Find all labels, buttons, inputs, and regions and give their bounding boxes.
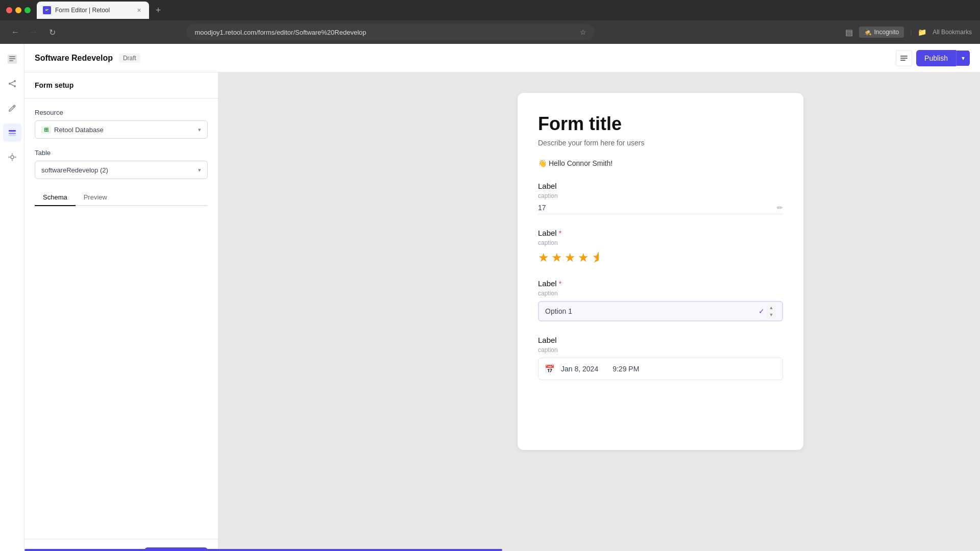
- svg-point-7: [14, 80, 16, 82]
- form-preview: Form title Describe your form here for u…: [518, 93, 803, 450]
- svg-point-15: [11, 156, 14, 159]
- tab-favicon: [43, 6, 51, 14]
- address-bar[interactable]: moodjoy1.retool.com/forms/editor/Softwar…: [186, 24, 595, 40]
- window-close[interactable]: [6, 7, 12, 13]
- icon-sidebar: [0, 44, 24, 551]
- svg-rect-5: [9, 58, 15, 59]
- tab-close-icon[interactable]: ✕: [135, 6, 143, 14]
- tab-preview[interactable]: Preview: [76, 189, 115, 206]
- svg-rect-4: [9, 56, 15, 57]
- field-1-edit-icon[interactable]: ✏: [777, 204, 783, 212]
- spinner-up[interactable]: ▲: [767, 304, 776, 311]
- form-greeting: 👋 Hello Connor Smith!: [538, 159, 783, 167]
- bookmarks-folder-icon: 📁: [918, 28, 926, 36]
- sidebar-data-icon[interactable]: [3, 123, 21, 142]
- nav-reload[interactable]: ↻: [45, 25, 59, 39]
- db-icon: ⊞ Retool Database: [41, 126, 104, 134]
- calendar-icon: 📅: [545, 364, 555, 374]
- select-check-icon: ✓: [758, 307, 765, 315]
- app-name: Software Redevelop: [35, 54, 113, 63]
- field-1-value: 17: [538, 204, 777, 212]
- resource-select[interactable]: ⊞ Retool Database ▾: [35, 120, 208, 139]
- toolbar-icon-btn[interactable]: [896, 50, 912, 66]
- bookmarks-separator: |: [910, 29, 912, 36]
- window-minimize[interactable]: [15, 7, 21, 13]
- bookmarks-label: All Bookmarks: [933, 29, 972, 36]
- nav-forward[interactable]: →: [27, 25, 41, 39]
- incognito-button[interactable]: 🕵 Incognito: [859, 27, 904, 38]
- form-field-3: Label * caption Option 1 ✓ ▲ ▼: [538, 279, 783, 321]
- svg-rect-1: [45, 9, 48, 10]
- left-panel: Form setup Resource ⊞ Retool Database ▾: [24, 72, 218, 551]
- field-4-caption: caption: [538, 346, 783, 354]
- tab-schema[interactable]: Schema: [35, 189, 76, 206]
- form-field-1: Label caption 17 ✏: [538, 182, 783, 214]
- sidebar-share-icon[interactable]: [3, 74, 21, 93]
- svg-rect-13: [9, 133, 16, 134]
- form-title: Form title: [538, 113, 783, 135]
- field-2-label: Label: [538, 229, 557, 237]
- svg-rect-18: [900, 60, 905, 61]
- field-3-caption: caption: [538, 290, 783, 297]
- progress-bar: [218, 549, 502, 551]
- sidebar-icon[interactable]: ▤: [845, 28, 853, 37]
- star-3[interactable]: ★: [565, 251, 576, 265]
- field-2-caption: caption: [538, 239, 783, 246]
- svg-line-10: [11, 82, 14, 83]
- field-4-label: Label: [538, 336, 557, 344]
- window-maximize[interactable]: [24, 7, 31, 13]
- field-3-required: *: [559, 280, 561, 288]
- table-label: Table: [35, 149, 208, 157]
- progress-bar-container: [218, 549, 980, 551]
- tab-title: Form Editor | Retool: [55, 7, 131, 14]
- svg-point-8: [9, 83, 11, 85]
- star-5-half[interactable]: ⯨: [591, 251, 603, 265]
- table-select[interactable]: softwareRedevelop (2) ▾: [35, 161, 208, 179]
- resource-label: Resource: [35, 109, 208, 116]
- table-select-chevron: ▾: [198, 167, 201, 173]
- resource-select-chevron: ▾: [198, 127, 201, 133]
- svg-rect-16: [900, 56, 908, 57]
- url-text: moodjoy1.retool.com/forms/editor/Softwar…: [194, 29, 576, 36]
- nav-back[interactable]: ←: [8, 25, 22, 39]
- incognito-label: Incognito: [874, 29, 899, 36]
- active-tab[interactable]: Form Editor | Retool ✕: [37, 2, 149, 19]
- field-1-label: Label: [538, 182, 557, 190]
- panel-title: Form setup: [35, 81, 74, 89]
- svg-rect-6: [9, 60, 13, 61]
- sidebar-settings-icon[interactable]: [3, 148, 21, 166]
- date-value: Jan 8, 2024: [561, 365, 598, 373]
- field-3-select[interactable]: Option 1 ✓ ▲ ▼: [538, 301, 783, 321]
- star-4[interactable]: ★: [578, 251, 589, 265]
- address-bar-right: ▤ 🕵 Incognito | 📁 All Bookmarks: [845, 27, 972, 38]
- field-1-caption: caption: [538, 192, 783, 199]
- svg-rect-12: [9, 130, 16, 132]
- svg-rect-14: [9, 135, 16, 136]
- publish-dropdown-arrow[interactable]: ▾: [956, 51, 970, 66]
- app-header: Software Redevelop Draft Publish ▾: [24, 44, 980, 72]
- bookmark-icon[interactable]: ☆: [580, 28, 586, 36]
- star-2[interactable]: ★: [551, 251, 562, 265]
- star-1[interactable]: ★: [538, 251, 549, 265]
- svg-line-11: [11, 84, 14, 86]
- publish-button[interactable]: Publish: [916, 50, 956, 66]
- field-2-required: *: [559, 229, 561, 237]
- preview-area: Form title Describe your form here for u…: [218, 72, 980, 551]
- rating-stars[interactable]: ★ ★ ★ ★ ⯨: [538, 251, 783, 265]
- svg-rect-2: [45, 10, 47, 11]
- sidebar-home-icon[interactable]: [3, 50, 21, 68]
- sidebar-edit-icon[interactable]: [3, 99, 21, 117]
- spinner-down[interactable]: ▼: [767, 311, 776, 318]
- svg-rect-17: [900, 58, 908, 59]
- field-3-label: Label: [538, 279, 557, 288]
- new-tab-button[interactable]: +: [151, 3, 165, 17]
- field-4-date-input[interactable]: 📅 Jan 8, 2024 9:29 PM: [538, 358, 783, 380]
- time-value: 9:29 PM: [612, 365, 639, 373]
- preview-gutter-left: [395, 93, 518, 399]
- svg-point-9: [14, 85, 16, 87]
- form-description: Describe your form here for users: [538, 139, 783, 147]
- table-value: softwareRedevelop (2): [41, 166, 108, 174]
- publish-btn-group: Publish ▾: [916, 50, 970, 66]
- field-3-option: Option 1: [545, 307, 572, 315]
- incognito-icon: 🕵: [864, 29, 872, 36]
